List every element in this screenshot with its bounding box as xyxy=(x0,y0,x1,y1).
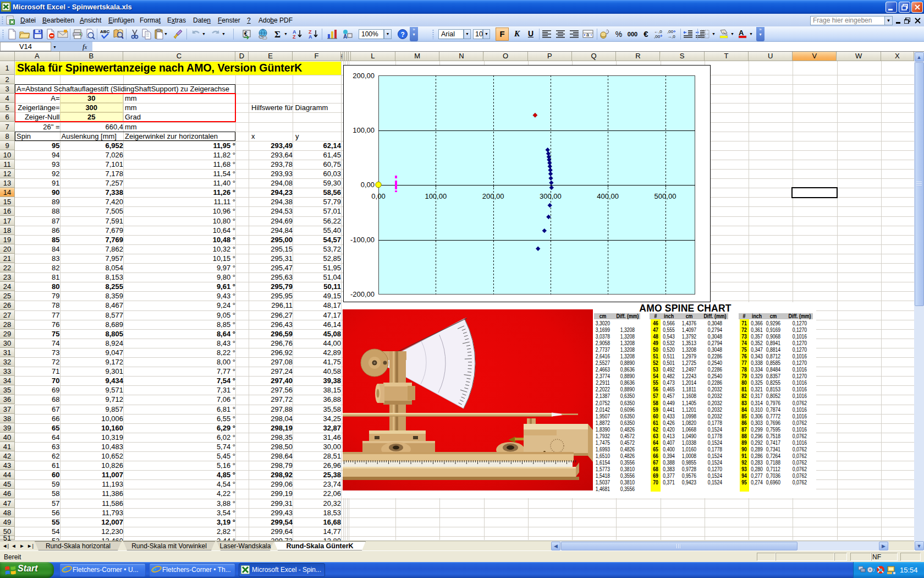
svg-text:→,0: →,0 xyxy=(667,34,675,39)
svg-text:a: a xyxy=(586,32,589,37)
svg-text:,00: ,00 xyxy=(654,34,661,39)
svg-text:A: A xyxy=(343,34,347,40)
svg-text:?: ? xyxy=(401,31,405,39)
svg-text:Z: Z xyxy=(293,34,296,40)
svg-text:Σ: Σ xyxy=(274,29,280,40)
svg-text:←,0: ←,0 xyxy=(654,29,662,34)
svg-text:A: A xyxy=(309,34,312,40)
svg-text:ABC: ABC xyxy=(100,29,110,34)
svg-text:e: e xyxy=(152,564,157,575)
svg-text:e: e xyxy=(63,564,67,575)
svg-text:,00: ,00 xyxy=(667,29,674,34)
